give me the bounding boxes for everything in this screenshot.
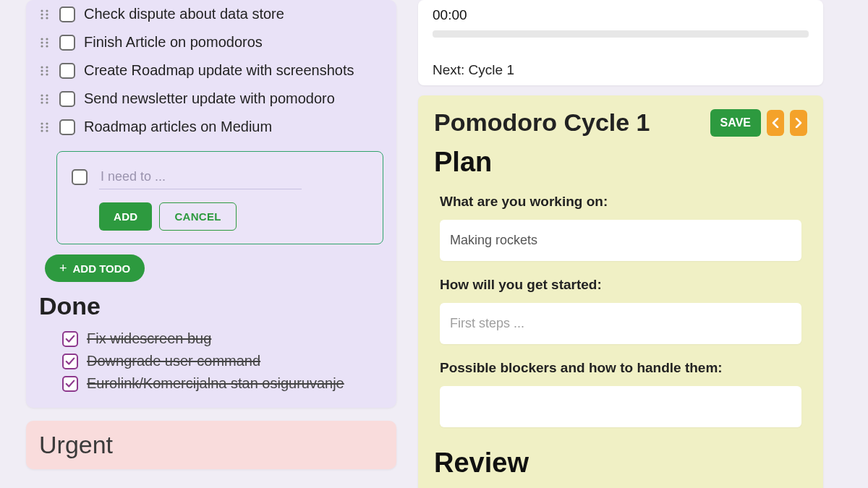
todo-label: Check dispute about data store (84, 6, 284, 22)
svg-point-14 (41, 69, 43, 72)
done-heading: Done (39, 292, 383, 320)
svg-point-12 (41, 66, 43, 68)
next-button[interactable] (790, 110, 807, 136)
cancel-button[interactable]: CANCEL (159, 202, 236, 231)
add-todo-button[interactable]: + ADD TODO (45, 254, 145, 282)
todo-row[interactable]: Roadmap articles on Medium (39, 113, 383, 141)
svg-point-8 (41, 41, 43, 43)
svg-point-7 (46, 38, 48, 40)
svg-point-10 (41, 45, 43, 47)
todo-label: Send newsletter update with pomodoro (84, 90, 335, 107)
svg-point-25 (46, 122, 48, 124)
done-label: Eurolink/Komercijalna stan osiguruvanje (87, 375, 344, 392)
svg-point-1 (46, 9, 48, 12)
svg-point-23 (46, 101, 48, 103)
q1-input[interactable] (440, 220, 801, 261)
save-button[interactable]: SAVE (710, 109, 761, 137)
svg-point-9 (46, 41, 48, 43)
q3-label: Possible blockers and how to handle them… (440, 360, 807, 376)
timer-display: 00:00 (433, 7, 809, 23)
svg-point-27 (46, 126, 48, 128)
drag-grip-icon[interactable] (39, 65, 51, 77)
drag-grip-icon[interactable] (39, 37, 51, 48)
urgent-heading: Urgent (39, 431, 383, 459)
svg-point-15 (46, 69, 48, 72)
svg-point-4 (41, 17, 43, 19)
plus-icon: + (59, 262, 67, 275)
urgent-card: Urgent (26, 421, 396, 469)
q1-label: What are you working on: (440, 194, 807, 210)
review-heading: Review (434, 448, 807, 479)
chevron-right-icon (795, 118, 802, 128)
done-checkbox[interactable] (62, 331, 78, 347)
q2-input[interactable] (440, 303, 801, 344)
q3-input[interactable] (440, 386, 801, 427)
done-row[interactable]: Eurolink/Komercijalna stan osiguruvanje (62, 372, 383, 395)
done-label: Fix widescreen bug (87, 330, 211, 347)
svg-point-19 (46, 94, 48, 96)
svg-point-21 (46, 98, 48, 100)
svg-point-28 (41, 129, 43, 132)
todo-label: Create Roadmap update with screenshots (84, 62, 354, 79)
q2-label: How will you get started: (440, 277, 807, 293)
svg-point-16 (41, 73, 43, 75)
add-button[interactable]: ADD (99, 202, 152, 231)
svg-point-2 (41, 13, 43, 15)
done-checkbox[interactable] (62, 354, 78, 369)
add-todo-button-label: ADD TODO (73, 262, 131, 275)
todo-checkbox[interactable] (59, 119, 75, 135)
add-todo-input[interactable] (99, 165, 302, 189)
drag-grip-icon[interactable] (39, 121, 51, 133)
svg-point-24 (41, 122, 43, 124)
svg-point-13 (46, 66, 48, 68)
todo-label: Finish Article on pomodoros (84, 34, 263, 51)
plan-heading: Plan (434, 147, 807, 178)
done-label: Downgrade user command (87, 353, 260, 369)
svg-point-29 (46, 129, 48, 132)
cycle-card: Pomodoro Cycle 1 SAVE Plan What are you … (418, 95, 823, 488)
svg-point-5 (46, 17, 48, 19)
svg-point-11 (46, 45, 48, 47)
timer-progress[interactable] (433, 30, 809, 38)
todo-row[interactable]: Send newsletter update with pomodoro (39, 85, 383, 113)
done-row[interactable]: Fix widescreen bug (62, 328, 383, 350)
svg-point-3 (46, 13, 48, 15)
svg-point-6 (41, 38, 43, 40)
todo-row[interactable]: Finish Article on pomodoros (39, 28, 383, 56)
add-todo-checkbox[interactable] (72, 169, 88, 185)
cycle-title: Pomodoro Cycle 1 (434, 108, 650, 137)
svg-point-0 (41, 9, 43, 12)
todo-row[interactable]: Check dispute about data store (39, 0, 383, 28)
svg-point-18 (41, 94, 43, 96)
timer-next: Next: Cycle 1 (433, 62, 809, 78)
timer-card: 00:00 Next: Cycle 1 (418, 0, 823, 85)
todo-checkbox[interactable] (59, 91, 75, 107)
done-checkbox[interactable] (62, 376, 78, 392)
svg-point-17 (46, 73, 48, 75)
todo-label: Roadmap articles on Medium (84, 119, 272, 135)
todo-list: Check dispute about data storeFinish Art… (39, 0, 383, 141)
svg-point-20 (41, 98, 43, 100)
add-todo-form: ADD CANCEL (56, 151, 383, 244)
todo-checkbox[interactable] (59, 7, 75, 22)
prev-button[interactable] (767, 110, 784, 136)
todo-checkbox[interactable] (59, 63, 75, 79)
done-list: Fix widescreen bugDowngrade user command… (39, 328, 383, 395)
drag-grip-icon[interactable] (39, 93, 51, 105)
drag-grip-icon[interactable] (39, 9, 51, 20)
done-row[interactable]: Downgrade user command (62, 350, 383, 372)
svg-point-26 (41, 126, 43, 128)
todo-checkbox[interactable] (59, 35, 75, 51)
chevron-left-icon (772, 118, 779, 128)
svg-point-22 (41, 101, 43, 103)
todo-row[interactable]: Create Roadmap update with screenshots (39, 56, 383, 85)
